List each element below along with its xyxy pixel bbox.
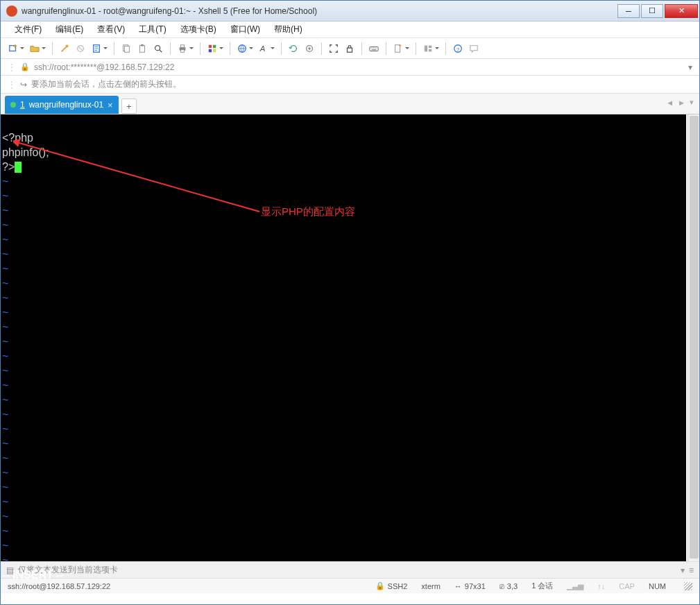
tilde-line: ~: [2, 394, 8, 406]
toolbar-separator: [114, 42, 114, 55]
xshell-icon: [6, 6, 17, 17]
vertical-scrollbar[interactable]: [688, 114, 699, 561]
connection-status-icon: [10, 102, 16, 108]
grip-icon: ⋮: [8, 62, 16, 72]
tab-bar: 1 wangruifenglinux-01 × + ◄ ► ▾: [1, 94, 699, 114]
svg-rect-12: [213, 44, 216, 47]
svg-rect-14: [213, 49, 216, 51]
toolbar-separator: [230, 42, 230, 55]
tab-number: 1: [20, 100, 25, 110]
menu-help[interactable]: 帮助(H): [267, 22, 309, 37]
svg-text:?: ?: [456, 46, 460, 52]
properties-button[interactable]: [89, 42, 103, 56]
xagent-button[interactable]: [302, 42, 316, 56]
terminal[interactable]: <?php phpinfo(); ?> ~ ~ ~ ~ ~ ~ ~ ~ ~ ~ …: [1, 114, 686, 561]
menu-tabs[interactable]: 选项卡(B): [173, 22, 223, 37]
session-tab[interactable]: 1 wangruifenglinux-01 ×: [5, 96, 119, 114]
new-file-button[interactable]: [391, 42, 405, 56]
layout-button[interactable]: [421, 42, 435, 56]
send-menu-icon[interactable]: ≡: [689, 565, 694, 575]
dropdown-icon[interactable]: ▾: [688, 62, 692, 72]
tab-close-icon[interactable]: ×: [108, 100, 113, 110]
new-tab-button[interactable]: +: [121, 99, 137, 114]
tip-text: 要添加当前会话，点击左侧的箭头按钮。: [31, 78, 181, 90]
tab-label: wangruifenglinux-01: [29, 100, 103, 110]
refresh-button[interactable]: [287, 42, 300, 56]
send-bar: ▤ 仅将文本发送到当前选项卡 ▾ ≡: [1, 561, 699, 578]
scrollbar-thumb[interactable]: [690, 116, 699, 559]
lock-icon: 🔒: [20, 62, 30, 71]
menu-window[interactable]: 窗口(W): [223, 22, 267, 37]
tab-next-icon[interactable]: ►: [678, 99, 685, 107]
code-line: ?>: [2, 161, 22, 173]
tilde-line: ~: [2, 205, 8, 216]
address-text[interactable]: ssh://root:********@192.168.57.129:22: [34, 62, 688, 72]
lock-icon: 🔒: [375, 581, 385, 590]
status-cursor-pos: ⎚3,3: [500, 582, 518, 590]
tilde-line: ~: [2, 365, 8, 377]
tilde-line: ~: [2, 525, 8, 537]
open-button[interactable]: [28, 42, 42, 56]
reconnect-button[interactable]: [58, 42, 71, 56]
svg-rect-13: [209, 49, 212, 51]
window-title: wangruifenglinux-01 - root@wangruifeng-0…: [22, 6, 616, 16]
svg-rect-11: [209, 44, 212, 47]
print-button[interactable]: [176, 42, 189, 56]
window-controls: ─ ☐ ✕: [616, 4, 698, 18]
status-term: xterm: [421, 582, 441, 590]
cursor: [15, 162, 22, 173]
window-titlebar: wangruifenglinux-01 - root@wangruifeng-0…: [1, 1, 699, 22]
tab-prev-icon[interactable]: ◄: [666, 99, 674, 107]
maximize-button[interactable]: ☐: [641, 4, 663, 18]
toolbar: A ?: [1, 38, 699, 59]
encoding-button[interactable]: [235, 42, 249, 56]
status-numlock: NUM: [649, 582, 666, 590]
menu-view[interactable]: 查看(V): [90, 22, 132, 37]
tilde-line: ~: [2, 482, 8, 493]
status-bar: ssh://root@192.168.57.129:22 🔒SSH2 xterm…: [1, 578, 699, 593]
toolbar-separator: [361, 42, 362, 55]
minimize-button[interactable]: ─: [617, 4, 640, 18]
tilde-line: ~: [2, 219, 8, 231]
status-path: ssh://root@192.168.57.129:22: [8, 582, 110, 590]
font-button[interactable]: A: [257, 42, 271, 56]
chat-button[interactable]: [467, 42, 481, 56]
code-line: phpinfo();: [2, 146, 49, 158]
disconnect-button[interactable]: [74, 42, 87, 56]
lock-button[interactable]: [343, 42, 357, 56]
svg-rect-20: [370, 46, 378, 51]
keyboard-button[interactable]: [367, 42, 381, 56]
tilde-line: ~: [2, 554, 8, 566]
tab-list-icon[interactable]: ▾: [690, 98, 694, 107]
paste-button[interactable]: [135, 42, 149, 56]
new-session-button[interactable]: [6, 42, 20, 56]
svg-rect-10: [180, 49, 184, 52]
grip-icon: ⋮: [8, 80, 16, 90]
add-session-icon[interactable]: ↪: [20, 80, 27, 90]
toolbar-separator: [321, 42, 322, 55]
tilde-line: ~: [2, 496, 8, 508]
toolbar-separator: [445, 42, 446, 55]
menu-tools[interactable]: 工具(T): [132, 22, 173, 37]
svg-point-7: [155, 45, 160, 50]
color-scheme-button[interactable]: [205, 42, 219, 56]
tip-bar: ⋮ ↪ 要添加当前会话，点击左侧的箭头按钮。: [1, 76, 699, 94]
tilde-line: ~: [2, 452, 8, 464]
tilde-line: ~: [2, 438, 8, 450]
menu-file[interactable]: 文件(F): [8, 22, 49, 37]
status-signal-icon: ▁▃▅: [567, 581, 583, 590]
toolbar-separator: [52, 42, 53, 55]
toolbar-separator: [170, 42, 171, 55]
fullscreen-button[interactable]: [327, 42, 341, 56]
copy-button[interactable]: [119, 42, 133, 56]
help-button[interactable]: ?: [451, 42, 465, 56]
send-dropdown-icon[interactable]: ▾: [681, 565, 685, 575]
find-button[interactable]: [151, 42, 165, 56]
close-button[interactable]: ✕: [665, 4, 698, 18]
terminal-area: <?php phpinfo(); ?> ~ ~ ~ ~ ~ ~ ~ ~ ~ ~ …: [1, 114, 699, 561]
menu-edit[interactable]: 编辑(E): [49, 22, 90, 37]
tilde-line: ~: [2, 350, 8, 362]
status-protocol: 🔒SSH2: [375, 581, 408, 590]
resize-grip-icon[interactable]: [684, 582, 692, 590]
tilde-line: ~: [2, 234, 8, 246]
